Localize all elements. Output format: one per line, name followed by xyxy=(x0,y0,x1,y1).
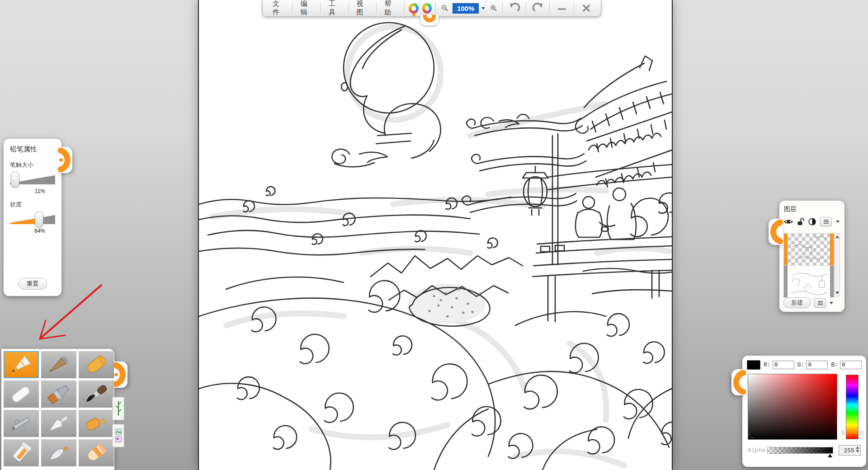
undo-button[interactable] xyxy=(505,2,524,15)
contrast-icon[interactable] xyxy=(808,218,816,226)
color-picker-panel: R: G: B: Alpha xyxy=(742,356,866,467)
zoom-out-button[interactable] xyxy=(438,2,452,15)
menu-view[interactable]: 视图 xyxy=(351,2,375,15)
tool-fine-blade[interactable] xyxy=(41,439,76,466)
palette-grip-handle[interactable] xyxy=(114,362,127,388)
canvas-artwork xyxy=(199,0,672,470)
separator xyxy=(404,2,405,14)
close-icon xyxy=(582,4,591,13)
layer-bar xyxy=(830,266,834,297)
zoom-dropdown-caret[interactable] xyxy=(481,7,485,9)
brush-set-bamboo-button[interactable] xyxy=(112,397,124,420)
menu-file[interactable]: 文件 xyxy=(267,2,291,15)
red-input[interactable] xyxy=(773,361,794,369)
tool-eraser-stick[interactable] xyxy=(79,439,114,466)
tool-airbrush[interactable] xyxy=(4,410,39,437)
toolbar-grip-handle[interactable] xyxy=(420,15,439,25)
tool-chalk[interactable] xyxy=(4,381,39,408)
fine-blade-icon xyxy=(44,442,73,464)
blue-input[interactable] xyxy=(840,361,862,369)
green-input[interactable] xyxy=(806,361,828,369)
menu-edit[interactable]: 编辑 xyxy=(295,2,319,15)
paint-palette-icon-1[interactable] xyxy=(409,3,418,14)
selected-layer-bar xyxy=(830,234,834,265)
current-color-swatch[interactable] xyxy=(747,360,760,370)
layer-list xyxy=(783,233,834,297)
drawing-canvas[interactable] xyxy=(198,0,673,470)
layer-item-1[interactable] xyxy=(784,234,834,265)
brush-size-label: 笔触大小 xyxy=(10,161,55,169)
close-button[interactable] xyxy=(576,2,596,15)
layer-menu-icon[interactable] xyxy=(820,217,832,226)
tool-paint-roller[interactable] xyxy=(79,410,114,437)
alpha-spinner xyxy=(839,445,861,456)
grip-icon xyxy=(114,362,127,388)
layer-menu-caret[interactable] xyxy=(836,221,840,223)
alpha-value-input[interactable] xyxy=(839,446,855,456)
zoom-level-value[interactable]: 100% xyxy=(453,3,479,14)
layer-options-caret[interactable] xyxy=(830,302,833,304)
pencil-properties-panel: 铅笔属性 笔触大小 11% 软度 64% 重置 xyxy=(4,139,61,296)
scroll-down-icon[interactable] xyxy=(835,291,839,294)
slider-handle[interactable] xyxy=(35,212,43,227)
paint-tube-icon xyxy=(7,442,36,464)
alpha-label: Alpha xyxy=(748,447,767,454)
separator xyxy=(292,2,293,14)
tool-pencil[interactable] xyxy=(4,351,39,378)
layer-thumbnail-sketch xyxy=(788,266,830,297)
brush-set-texture-button[interactable] xyxy=(112,424,124,447)
saturation-value-field[interactable] xyxy=(748,374,837,440)
ink-brush-icon xyxy=(82,383,111,405)
tool-wood-pencil[interactable] xyxy=(41,351,76,378)
unlock-icon[interactable] xyxy=(797,218,804,226)
slider-handle[interactable] xyxy=(11,172,19,188)
brush-size-slider[interactable] xyxy=(10,172,55,187)
hue-strip[interactable] xyxy=(846,375,859,439)
eraser-stick-icon xyxy=(82,442,111,464)
tool-crayon[interactable] xyxy=(79,351,114,378)
chalk-icon xyxy=(7,383,36,405)
slider-track xyxy=(10,214,55,224)
tool-ink-brush[interactable] xyxy=(79,381,114,408)
wood-pencil-icon xyxy=(44,354,73,376)
tool-flat-brush[interactable] xyxy=(41,381,76,408)
layer-item-2[interactable] xyxy=(784,265,834,297)
softness-slider[interactable] xyxy=(10,212,55,227)
magnifier-plus-icon xyxy=(490,5,498,12)
layer-options-icon[interactable] xyxy=(814,298,826,308)
separator xyxy=(574,2,575,14)
spin-up-icon[interactable] xyxy=(856,446,859,449)
selected-layer-bar xyxy=(784,234,788,265)
hamburger-icon xyxy=(823,219,829,224)
paint-roller-icon xyxy=(82,413,111,434)
menu-help[interactable]: 帮助 xyxy=(379,2,402,15)
layer-thumbnail-transparent xyxy=(788,234,830,265)
new-layer-button[interactable]: 新建 xyxy=(783,297,811,308)
brush-size-value: 11% xyxy=(10,188,55,194)
reset-button[interactable]: 重置 xyxy=(18,278,47,290)
paint-palette-icon-2[interactable] xyxy=(422,3,432,14)
magnifier-minus-icon xyxy=(441,5,449,12)
separator xyxy=(349,2,349,14)
redo-button[interactable] xyxy=(528,2,547,15)
scroll-up-icon[interactable] xyxy=(835,235,839,238)
minimize-icon xyxy=(557,4,566,13)
softness-label: 软度 xyxy=(10,201,55,209)
separator xyxy=(549,2,550,14)
minimize-button[interactable] xyxy=(552,2,572,15)
spin-down-icon[interactable] xyxy=(856,450,859,452)
eye-icon[interactable] xyxy=(784,218,793,225)
sv-cursor xyxy=(748,430,758,440)
alpha-slider[interactable] xyxy=(767,447,833,454)
alpha-thumb[interactable] xyxy=(828,454,832,457)
redo-arrow-icon xyxy=(532,3,544,14)
layer-bar xyxy=(784,266,788,297)
tool-paint-tube[interactable] xyxy=(4,439,39,466)
tool-palette-knife[interactable] xyxy=(41,410,76,437)
blue-label: B: xyxy=(831,362,838,368)
main-toolbar: 文件 编辑 工具 视图 帮助 100% xyxy=(262,0,601,17)
menu-tools[interactable]: 工具 xyxy=(323,2,347,15)
zoom-in-button[interactable] xyxy=(487,2,500,15)
layer-scrollbar[interactable] xyxy=(834,233,840,296)
separator xyxy=(435,2,436,14)
